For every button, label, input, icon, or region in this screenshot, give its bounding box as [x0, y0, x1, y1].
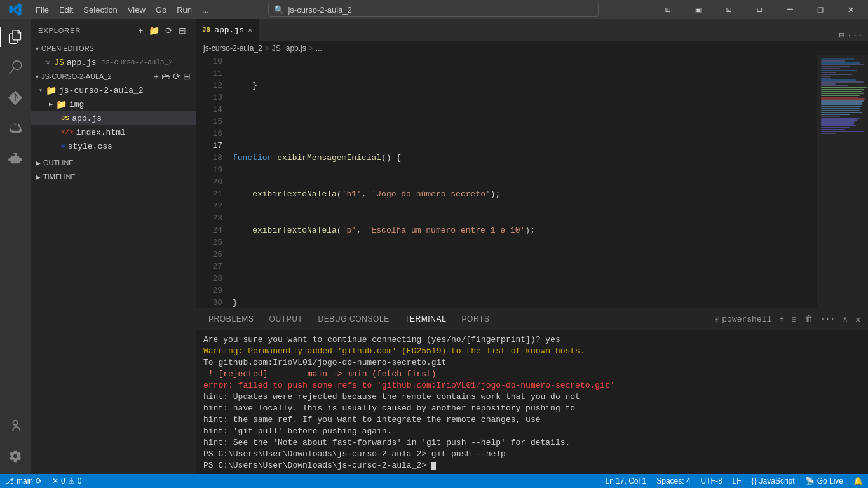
menu-view[interactable]: View [123, 0, 151, 19]
new-terminal-button[interactable]: + [776, 313, 787, 325]
restore-button[interactable]: ❐ [806, 0, 835, 19]
activity-bar [0, 19, 31, 474]
new-file-button[interactable]: + [137, 24, 145, 37]
sidebar-toggle-button[interactable]: ▣ [684, 0, 713, 19]
activity-search[interactable] [0, 52, 31, 83]
menu-run[interactable]: Run [172, 0, 197, 19]
notifications-icon: 🔔 [853, 477, 863, 485]
tree-file-stylecss[interactable]: # style.css [31, 139, 196, 153]
close-panel-button[interactable]: ✕ [853, 313, 863, 326]
css-name: style.css [68, 142, 112, 151]
collapse-explorer-button[interactable]: ⊟ [177, 24, 188, 37]
tab-ports[interactable]: PORTS [454, 308, 497, 330]
menu-go[interactable]: Go [151, 0, 172, 19]
vscode-logo[interactable] [0, 0, 31, 19]
git-branch-status[interactable]: ⎇ main ⟳ [0, 474, 47, 488]
activity-debug[interactable] [0, 113, 31, 144]
js-file-icon: JS [54, 58, 64, 67]
language-mode-status[interactable]: {} JavaScript [747, 474, 800, 488]
terminal-line-3: ! [rejected] main -> main (fetch first) [203, 369, 860, 380]
maximize-panel-button[interactable]: ∧ [840, 313, 850, 326]
panel-layout-button[interactable]: ⊡ [714, 0, 743, 19]
refresh-action[interactable]: ⟳ [173, 71, 180, 81]
position-status[interactable]: Ln 17, Col 1 [600, 474, 651, 488]
warnings-count: 0 [78, 477, 82, 485]
breadcrumb-root[interactable]: js-curso-2-aula_2 [203, 44, 262, 53]
refresh-explorer-button[interactable]: ⟳ [164, 24, 175, 37]
activity-git[interactable] [0, 83, 31, 113]
line-num-23: 23 [196, 212, 222, 224]
outline-section[interactable]: ▶ OUTLINE [31, 156, 196, 170]
layout-button[interactable]: ⊞ [653, 0, 682, 19]
minimize-button[interactable]: ─ [775, 0, 804, 19]
outline-label: OUTLINE [43, 159, 74, 166]
encoding-status[interactable]: UTF-8 [696, 474, 728, 488]
activity-extensions[interactable] [0, 144, 31, 174]
tree-folder-img[interactable]: ▶ 📁 img [31, 97, 196, 111]
tree-file-indexhtml[interactable]: </> index.html [31, 125, 196, 139]
menu-file[interactable]: File [31, 0, 54, 19]
timeline-section[interactable]: ▶ TIMELINE [31, 170, 196, 184]
timeline-label: TIMELINE [43, 173, 76, 180]
notifications-status[interactable]: 🔔 [848, 474, 868, 488]
tab-output[interactable]: OUTPUT [262, 308, 311, 330]
position-text: Ln 17, Col 1 [605, 477, 646, 485]
project-header[interactable]: ▾ JS-CURSO-2-AULA_2 + 🗁 ⟳ ⊟ [31, 69, 196, 83]
tab-js-icon: JS [202, 26, 210, 34]
new-file-action[interactable]: + [154, 71, 159, 81]
more-actions-button[interactable]: ··· [847, 30, 863, 41]
activity-account[interactable] [0, 410, 31, 441]
terminal-content[interactable]: Are you sure you want to continue connec… [196, 330, 868, 474]
search-icon: 🔍 [274, 5, 284, 15]
tab-debug-console[interactable]: DEBUG CONSOLE [310, 308, 397, 330]
line-numbers: 10 11 12 13 14 15 16 17 18 19 20 21 22 2… [196, 55, 227, 308]
errors-status[interactable]: ✕ 0 ⚠ 0 [47, 474, 86, 488]
golive-status[interactable]: 📡 Go Live [800, 474, 848, 488]
html-icon: </> [61, 128, 74, 136]
status-left: ⎇ main ⟳ ✕ 0 ⚠ 0 [0, 474, 86, 488]
new-folder-action[interactable]: 🗁 [161, 71, 170, 81]
line-num-25: 25 [196, 236, 222, 248]
git-icon: ⎇ [5, 477, 14, 485]
breadcrumb-file[interactable]: app.js [286, 44, 306, 53]
kill-terminal-button[interactable]: 🗑 [802, 313, 815, 325]
tree-file-appjs[interactable]: JS app.js [31, 111, 196, 125]
collapse-action[interactable]: ⊟ [183, 71, 191, 81]
code-line-11 [233, 116, 817, 128]
open-editors-section[interactable]: ▾ OPEN EDITORS [31, 41, 196, 55]
editor-layout-button[interactable]: ⊟ [745, 0, 774, 19]
html-name: index.html [76, 128, 126, 137]
search-bar[interactable]: 🔍 js-curso-2-aula_2 [268, 3, 599, 17]
menu-more[interactable]: ... [197, 0, 214, 19]
breadcrumb-symbol[interactable]: ... [316, 44, 322, 53]
menu-selection[interactable]: Selection [78, 0, 122, 19]
spaces-status[interactable]: Spaces: 4 [651, 474, 695, 488]
line-num-19: 19 [196, 164, 222, 176]
activity-settings[interactable] [0, 441, 31, 471]
tab-appjs[interactable]: JS app.js ✕ [196, 19, 259, 41]
new-folder-button[interactable]: 📁 [147, 24, 161, 37]
title-bar: File Edit Selection View Go Run ... 🔍 js… [0, 0, 868, 19]
line-num-27: 27 [196, 261, 222, 273]
line-num-28: 28 [196, 273, 222, 285]
line-ending-status[interactable]: LF [728, 474, 747, 488]
open-editor-appjs[interactable]: ✕ JS app.js js-curso-2-aula_2 [31, 55, 196, 69]
menu-edit[interactable]: Edit [54, 0, 78, 19]
tab-problems[interactable]: PROBLEMS [201, 308, 262, 330]
code-line-16: } [233, 297, 817, 308]
tab-terminal[interactable]: TERMINAL [397, 308, 454, 330]
minimap [817, 55, 868, 308]
breadcrumb-js[interactable]: JS [272, 44, 281, 53]
tree-folder-root[interactable]: ▾ 📁 js-curso-2-aula_2 [31, 83, 196, 97]
code-editor[interactable]: 10 11 12 13 14 15 16 17 18 19 20 21 22 2… [196, 55, 817, 308]
activity-explorer[interactable] [0, 22, 31, 52]
golive-text: Go Live [817, 477, 843, 485]
split-editor-button[interactable]: ⊟ [839, 30, 844, 41]
split-terminal-button[interactable]: ⊟ [789, 313, 799, 326]
line-num-13: 13 [196, 92, 222, 104]
close-button[interactable]: ✕ [836, 0, 865, 19]
close-editor-icon[interactable]: ✕ [46, 58, 50, 67]
terminal-line-0: Are you sure you want to continue connec… [203, 334, 860, 346]
more-terminal-button[interactable]: ··· [818, 313, 837, 325]
tab-close-button[interactable]: ✕ [248, 25, 252, 35]
